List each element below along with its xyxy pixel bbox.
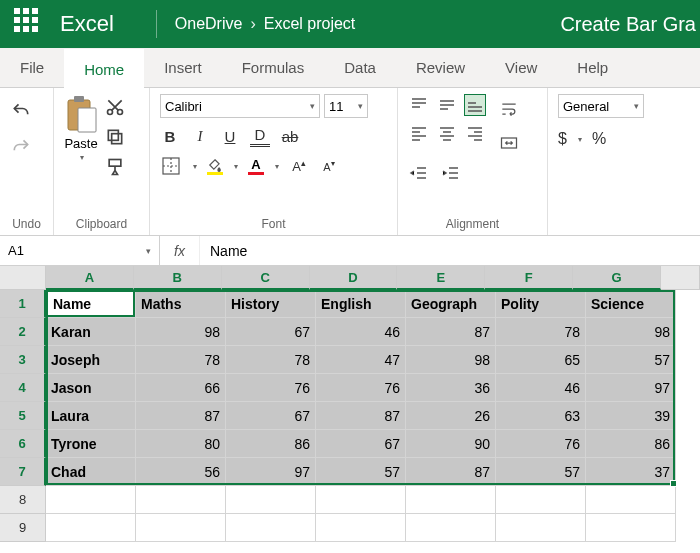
cut-icon[interactable] [104, 96, 126, 118]
breadcrumb-location[interactable]: OneDrive [175, 15, 243, 33]
cell[interactable]: 66 [136, 374, 226, 402]
document-title[interactable]: Create Bar Gra [560, 13, 696, 36]
cell[interactable]: 80 [136, 430, 226, 458]
cell[interactable]: Geograph [406, 290, 496, 318]
cell[interactable]: 67 [226, 318, 316, 346]
cell[interactable]: 78 [226, 346, 316, 374]
grow-font-button[interactable]: A▴ [289, 158, 309, 174]
cell[interactable]: Polity [496, 290, 586, 318]
column-header[interactable]: A [46, 266, 134, 290]
row-header[interactable]: 4 [0, 374, 46, 402]
cell[interactable]: English [316, 290, 406, 318]
cell[interactable]: History [226, 290, 316, 318]
cell[interactable]: 98 [136, 318, 226, 346]
cell[interactable] [496, 486, 586, 514]
formula-input[interactable]: Name [200, 243, 700, 259]
decrease-indent-icon[interactable] [408, 162, 430, 184]
align-center-icon[interactable] [436, 122, 458, 144]
column-header[interactable] [661, 266, 700, 290]
align-middle-icon[interactable] [436, 94, 458, 116]
cell[interactable]: 46 [316, 318, 406, 346]
cell[interactable]: Karan [46, 318, 136, 346]
undo-icon[interactable] [10, 100, 32, 122]
row-header[interactable]: 8 [0, 486, 46, 514]
column-header[interactable]: C [222, 266, 310, 290]
align-left-icon[interactable] [408, 122, 430, 144]
column-header[interactable]: G [573, 266, 661, 290]
font-size-combo[interactable]: 11▾ [324, 94, 368, 118]
cell[interactable] [406, 486, 496, 514]
fx-icon[interactable]: fx [160, 236, 200, 265]
row-header[interactable]: 6 [0, 430, 46, 458]
cell[interactable]: 39 [586, 402, 676, 430]
borders-button[interactable] [160, 155, 182, 177]
cell[interactable] [226, 486, 316, 514]
row-header[interactable]: 9 [0, 514, 46, 542]
column-header[interactable]: F [485, 266, 573, 290]
cell[interactable]: 67 [316, 430, 406, 458]
row-header[interactable]: 5 [0, 402, 46, 430]
bold-button[interactable]: B [160, 128, 180, 145]
cell[interactable] [46, 514, 136, 542]
tab-view[interactable]: View [485, 48, 557, 87]
cell[interactable]: 76 [226, 374, 316, 402]
cell[interactable]: 36 [406, 374, 496, 402]
cell[interactable]: 63 [496, 402, 586, 430]
cell[interactable]: 78 [136, 346, 226, 374]
currency-button[interactable]: $ [558, 130, 567, 148]
cell[interactable]: 76 [316, 374, 406, 402]
align-top-icon[interactable] [408, 94, 430, 116]
fill-dropdown[interactable]: ▾ [234, 162, 238, 171]
cell[interactable]: 26 [406, 402, 496, 430]
font-color-button[interactable]: A [248, 157, 264, 175]
increase-indent-icon[interactable] [440, 162, 462, 184]
paste-dropdown-icon[interactable]: ▾ [80, 153, 84, 162]
cell[interactable]: 97 [586, 374, 676, 402]
fontcolor-dropdown[interactable]: ▾ [275, 162, 279, 171]
tab-help[interactable]: Help [557, 48, 628, 87]
wrap-text-icon[interactable] [498, 98, 520, 120]
double-underline-button[interactable]: D [250, 126, 270, 147]
paste-label[interactable]: Paste [64, 136, 97, 151]
cell[interactable] [586, 514, 676, 542]
paste-icon[interactable] [64, 94, 98, 134]
column-header[interactable]: E [397, 266, 485, 290]
align-bottom-icon[interactable] [464, 94, 486, 116]
borders-dropdown[interactable]: ▾ [193, 162, 197, 171]
cell[interactable]: 57 [496, 458, 586, 486]
row-header[interactable]: 1 [0, 290, 46, 318]
underline-button[interactable]: U [220, 128, 240, 145]
app-launcher-icon[interactable] [14, 8, 46, 40]
column-header[interactable]: D [310, 266, 398, 290]
cell[interactable]: Science [586, 290, 676, 318]
breadcrumb-folder[interactable]: Excel project [264, 15, 356, 33]
font-name-combo[interactable]: Calibri▾ [160, 94, 320, 118]
number-format-combo[interactable]: General▾ [558, 94, 644, 118]
tab-formulas[interactable]: Formulas [222, 48, 325, 87]
cell[interactable] [136, 514, 226, 542]
tab-insert[interactable]: Insert [144, 48, 222, 87]
cell[interactable]: 47 [316, 346, 406, 374]
tab-file[interactable]: File [0, 48, 64, 87]
row-header[interactable]: 3 [0, 346, 46, 374]
cell[interactable]: 65 [496, 346, 586, 374]
cell[interactable] [226, 514, 316, 542]
merge-cells-icon[interactable] [498, 132, 520, 154]
tab-home[interactable]: Home [64, 49, 144, 88]
copy-icon[interactable] [104, 126, 126, 148]
cell[interactable]: 86 [586, 430, 676, 458]
cell[interactable]: 37 [586, 458, 676, 486]
redo-icon[interactable] [10, 136, 32, 158]
cell[interactable] [406, 514, 496, 542]
currency-dropdown[interactable]: ▾ [578, 135, 582, 144]
row-header[interactable]: 2 [0, 318, 46, 346]
cell[interactable]: Laura [46, 402, 136, 430]
cell[interactable]: Jason [46, 374, 136, 402]
cell[interactable]: Joseph [46, 346, 136, 374]
cell[interactable] [496, 514, 586, 542]
select-all-corner[interactable] [0, 266, 46, 290]
active-cell[interactable]: Name [46, 290, 135, 317]
cell[interactable] [316, 486, 406, 514]
tab-data[interactable]: Data [324, 48, 396, 87]
cell[interactable] [316, 514, 406, 542]
